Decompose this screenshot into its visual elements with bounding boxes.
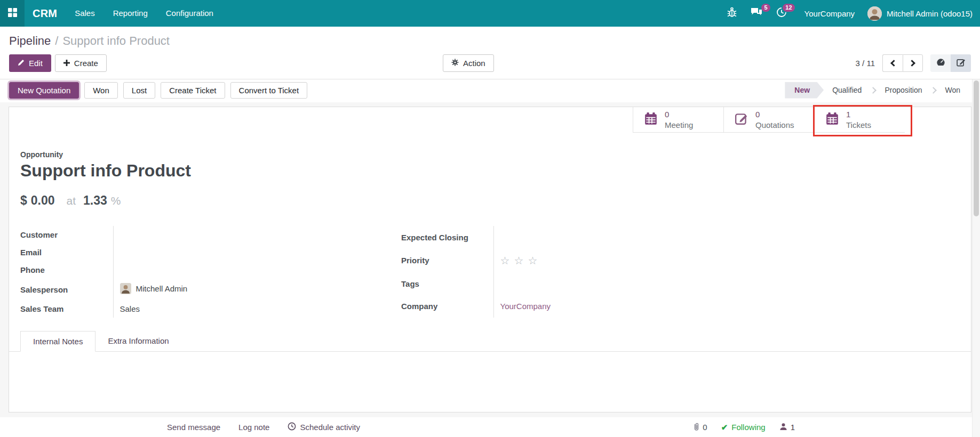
menu-configuration[interactable]: Configuration [157, 0, 222, 27]
stage-proposition[interactable]: Proposition [876, 82, 930, 99]
chevron-left-icon [890, 60, 897, 67]
form-view-button[interactable] [951, 54, 971, 72]
check-icon: ✔ [721, 423, 728, 432]
page-title: Support info Product [20, 161, 960, 181]
new-quotation-button[interactable]: New Quotation [9, 82, 79, 99]
activities-menu-button[interactable]: 12 [769, 0, 794, 27]
log-note-button[interactable]: Log note [238, 423, 269, 432]
internal-notes-content[interactable] [20, 352, 960, 408]
control-panel-center: Action [443, 54, 494, 72]
customer-field-label: Customer [20, 226, 113, 244]
mark-lost-button[interactable]: Lost [123, 82, 155, 99]
stat-text: 0 Meeting [665, 109, 693, 130]
edit-button[interactable]: Edit [9, 54, 51, 72]
schedule-activity-button[interactable]: Schedule activity [288, 422, 360, 432]
star-icon[interactable]: ☆ [500, 255, 514, 266]
sales-team-field-value[interactable]: Sales [113, 300, 273, 318]
form-content-area: 0 Meeting 0 Quotations [0, 102, 980, 417]
pager-counter[interactable]: 3 / 11 [856, 59, 875, 68]
edit-note-icon [735, 112, 748, 128]
chevron-right-icon [909, 60, 915, 67]
quotations-label: Quotations [755, 120, 794, 131]
app-name[interactable]: CRM [25, 7, 66, 20]
action-menu-button[interactable]: Action [443, 54, 494, 72]
tickets-stat-button[interactable]: 1 Tickets [814, 107, 905, 132]
tags-field-value[interactable] [493, 273, 654, 295]
menu-reporting[interactable]: Reporting [104, 0, 157, 27]
action-button-label: Action [463, 59, 485, 68]
company-link[interactable]: YourCompany [500, 302, 551, 311]
expected-closing-field-value[interactable] [493, 226, 654, 248]
messages-menu-button[interactable]: 5 [744, 0, 769, 27]
email-field-label: Email [20, 244, 113, 261]
field-row-priority: Priority ☆☆☆ [401, 248, 654, 273]
salesperson-widget[interactable]: Mitchell Admin [120, 283, 188, 294]
pager-previous-button[interactable] [882, 54, 903, 72]
user-menu[interactable]: Mitchell Admin (odoo15) [867, 6, 980, 21]
star-icon[interactable]: ☆ [514, 255, 528, 266]
create-button-label: Create [74, 59, 98, 68]
stat-text: 0 Quotations [755, 109, 794, 130]
scrollbar-thumb[interactable] [974, 80, 979, 216]
field-groups: Customer Email Phone Salesperson [20, 226, 960, 318]
breadcrumb: Pipeline/Support info Product [9, 34, 971, 48]
meeting-stat-button[interactable]: 0 Meeting [633, 107, 723, 132]
star-icon[interactable]: ☆ [528, 255, 541, 266]
at-label: at [67, 195, 76, 207]
create-button[interactable]: Create [55, 54, 107, 72]
send-message-button[interactable]: Send message [167, 423, 220, 432]
following-toggle[interactable]: ✔ Following [721, 423, 766, 432]
salesperson-field-label: Salesperson [20, 279, 113, 300]
gear-icon [451, 59, 459, 68]
quotations-count: 0 [755, 109, 794, 120]
schedule-activity-label: Schedule activity [300, 423, 360, 432]
tachometer-icon [936, 58, 945, 69]
tab-internal-notes[interactable]: Internal Notes [20, 331, 95, 352]
following-label: Following [731, 423, 765, 432]
priority-field-value: ☆☆☆ [493, 248, 654, 273]
company-switcher[interactable]: YourCompany [794, 9, 868, 18]
convert-to-ticket-button[interactable]: Convert to Ticket [230, 82, 308, 99]
menu-sales[interactable]: Sales [66, 0, 104, 27]
followers-button[interactable]: 1 [779, 423, 795, 432]
dashboard-view-button[interactable] [930, 54, 951, 72]
meeting-count: 0 [665, 109, 693, 120]
salesperson-field-value: Mitchell Admin [113, 279, 273, 300]
phone-field-value[interactable] [113, 261, 273, 279]
control-panel: Pipeline/Support info Product Edit Creat… [0, 27, 980, 79]
apps-menu-button[interactable] [0, 0, 25, 27]
stage-won[interactable]: Won [936, 82, 969, 99]
currency-symbol: $ [20, 193, 27, 208]
paperclip-icon [692, 422, 700, 433]
meeting-label: Meeting [665, 120, 693, 131]
field-row-email: Email [20, 244, 273, 261]
pager-next-button[interactable] [903, 54, 923, 72]
percent-symbol: % [111, 195, 121, 207]
field-row-sales-team: Sales Team Sales [20, 300, 273, 318]
attachments-button[interactable]: 0 [692, 422, 707, 433]
priority-stars[interactable]: ☆☆☆ [500, 255, 542, 266]
stat-text: 1 Tickets [846, 109, 871, 130]
phone-field-label: Phone [20, 261, 113, 279]
chatter-actions: Send message Log note Schedule activity [167, 417, 360, 437]
stage-new[interactable]: New [785, 82, 824, 99]
debug-menu-button[interactable] [720, 0, 744, 27]
mark-won-button[interactable]: Won [84, 82, 118, 99]
clock-icon [288, 422, 296, 432]
edit-form-icon [957, 58, 966, 69]
quotations-stat-button[interactable]: 0 Quotations [723, 107, 814, 132]
stage-qualified[interactable]: Qualified [824, 82, 870, 99]
form-sheet: 0 Meeting 0 Quotations [9, 107, 971, 412]
calendar-icon [644, 112, 658, 128]
field-row-phone: Phone [20, 261, 273, 279]
create-ticket-button[interactable]: Create Ticket [161, 82, 225, 99]
title-block: Opportunity Support info Product [20, 150, 960, 181]
email-field-value[interactable] [113, 244, 273, 261]
breadcrumb-pipeline-link[interactable]: Pipeline [9, 34, 51, 47]
field-group-left: Customer Email Phone Salesperson [20, 226, 273, 318]
user-name: Mitchell Admin (odoo15) [887, 9, 973, 18]
field-row-company: Company YourCompany [401, 295, 654, 318]
customer-field-value[interactable] [113, 226, 273, 244]
tab-extra-information[interactable]: Extra Information [95, 331, 181, 352]
control-panel-right: 3 / 11 [856, 54, 971, 72]
